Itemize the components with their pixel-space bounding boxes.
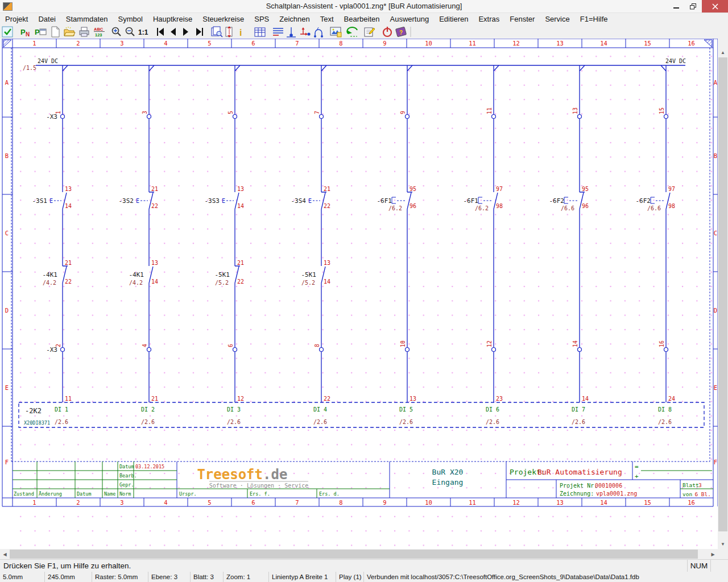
menu-symbol[interactable]: Symbol [113,13,148,25]
svg-text:14[interactable]: 14 [151,278,158,285]
svg-text:10[interactable]: 10 [400,340,406,347]
svg-text:14[interactable]: 14 [324,278,330,285]
open-icon[interactable] [64,27,75,36]
restore-button[interactable] [685,0,702,13]
svg-text:22[interactable]: 22 [324,203,330,209]
last-sheet-icon[interactable] [196,28,202,36]
svg-text:/2.6[interactable]: /2.6 [55,419,68,425]
svg-text:/2.6[interactable]: /2.6 [227,419,241,425]
zoom-in-icon[interactable] [113,28,121,36]
svg-text:E[interactable]: E [308,198,312,204]
svg-text:/6.2[interactable]: /6.2 [475,205,489,211]
svg-text:13[interactable]: 13 [410,396,416,402]
menu-steuerkreise[interactable]: Steuerkreise [197,13,249,25]
wire-bridge-icon[interactable] [314,27,323,38]
close-button[interactable] [702,0,728,13]
svg-text:14[interactable]: 14 [572,340,578,347]
text-abc123-icon[interactable]: ABC123 [94,27,105,38]
svg-text:9[interactable]: 9 [400,111,406,114]
svg-text:5[interactable]: 5 [228,111,234,114]
sheet-number[interactable]: 3 [698,482,702,488]
svg-text:21[interactable]: 21 [151,396,158,402]
svg-text:-5K1[interactable]: -5K1 [215,271,230,278]
sheet-navigator-icon[interactable] [226,26,232,38]
svg-text:21[interactable]: 21 [324,186,330,192]
line-type-icon[interactable] [273,28,283,35]
help-icon[interactable]: ? [395,27,406,37]
svg-text:96[interactable]: 96 [410,203,416,209]
svg-text:16[interactable]: 16 [659,340,665,347]
svg-text:E[interactable]: E [136,198,139,204]
svg-text:/2.6[interactable]: /2.6 [658,419,672,425]
previous-sheet-icon[interactable] [171,28,176,36]
svg-text:3[interactable]: 3 [142,111,148,114]
svg-text:/4.2[interactable]: /4.2 [43,280,56,286]
vertical-scrollbar[interactable]: ▲ ▼ [718,48,728,549]
component-name[interactable]: -3S1 [32,197,48,205]
svg-text:/6.6[interactable]: /6.6 [561,205,574,211]
properties-icon[interactable] [365,28,375,36]
svg-text:/2.6[interactable]: /2.6 [486,419,499,425]
horizontal-scrollbar[interactable]: ◀ ▶ [0,549,718,559]
svg-text:7[interactable]: 7 [314,111,320,114]
svg-text:/6.6[interactable]: /6.6 [647,205,661,211]
svg-text:-6F2[interactable]: -6F2 [636,197,651,205]
menu-sps[interactable]: SPS [249,13,274,25]
svg-text:DI 3[interactable]: DI 3 [227,406,241,413]
svg-text:22[interactable]: 22 [237,278,244,285]
menu-datei[interactable]: Datei [33,13,60,25]
bus-label[interactable]: 24V DC [38,58,58,64]
image-note-icon[interactable] [330,27,341,37]
drawing-title-line2[interactable]: Eingang [432,478,464,487]
menu-bearbeiten[interactable]: Bearbeiten [339,13,385,25]
plc-channel[interactable]: DI 1 [55,406,68,413]
svg-text:23[interactable]: 23 [496,396,503,402]
svg-text:12[interactable]: 12 [486,340,493,347]
zoom-1to1-icon[interactable]: 1:1 [138,28,148,36]
svg-text:-6F1[interactable]: -6F1 [377,197,392,205]
svg-text:/6.2[interactable]: /6.2 [388,205,402,211]
info-icon[interactable]: i [239,28,242,38]
new-document-icon[interactable] [52,27,59,37]
svg-text:-6F1[interactable]: -6F1 [464,197,479,205]
svg-text:DI 8[interactable]: DI 8 [658,406,672,413]
menu-service[interactable]: Service [540,13,574,25]
first-sheet-icon[interactable] [158,28,164,36]
svg-text:DI 7[interactable]: DI 7 [572,406,585,413]
svg-text:-3S2[interactable]: -3S2 [119,197,134,205]
svg-text:15[interactable]: 15 [659,107,665,114]
menu-hilfe[interactable]: F1=Hilfe [575,13,613,25]
svg-text:13[interactable]: 13 [572,107,578,114]
svg-text:98[interactable]: 98 [496,203,503,209]
project-number[interactable]: 00010006 [595,483,622,489]
svg-text:DI 2[interactable]: DI 2 [141,406,155,413]
apply-icon[interactable] [2,27,13,37]
svg-text:13[interactable]: 13 [151,260,158,266]
svg-text:97[interactable]: 97 [668,186,675,192]
terminal-strip-name[interactable]: -X3 [46,113,57,120]
menu-fenster[interactable]: Fenster [504,13,540,25]
vertical-scroll-thumb[interactable] [718,57,727,531]
svg-text:-6F2[interactable]: -6F2 [549,197,565,205]
svg-text:-5K1[interactable]: -5K1 [301,271,317,278]
svg-text:13[interactable]: 13 [65,186,72,192]
scroll-left-arrow[interactable]: ◀ [0,549,10,559]
menu-projekt[interactable]: Projekt [0,13,33,25]
print-icon[interactable] [80,27,89,36]
drawing-file-name[interactable]: vpla0001.zng [596,490,637,497]
svg-text:14[interactable]: 14 [237,203,244,209]
svg-text:/2.6[interactable]: /2.6 [572,419,585,425]
svg-text:12[interactable]: 12 [237,396,244,402]
svg-text:21[interactable]: 21 [151,186,158,192]
svg-text:/5.2[interactable]: /5.2 [301,280,315,286]
svg-text:21[interactable]: 21 [237,260,244,266]
menu-extras[interactable]: Extras [473,13,504,25]
svg-text:-X3[interactable]: -X3 [46,346,57,354]
svg-text:21[interactable]: 21 [65,260,72,266]
menu-text[interactable]: Text [315,13,339,25]
svg-text:96[interactable]: 96 [582,203,589,209]
menu-zeichnen[interactable]: Zeichnen [274,13,315,25]
potential-icon[interactable] [287,27,296,37]
scroll-right-arrow[interactable]: ▶ [708,549,718,559]
plc-device-type[interactable]: X20DI8371 [24,420,50,426]
